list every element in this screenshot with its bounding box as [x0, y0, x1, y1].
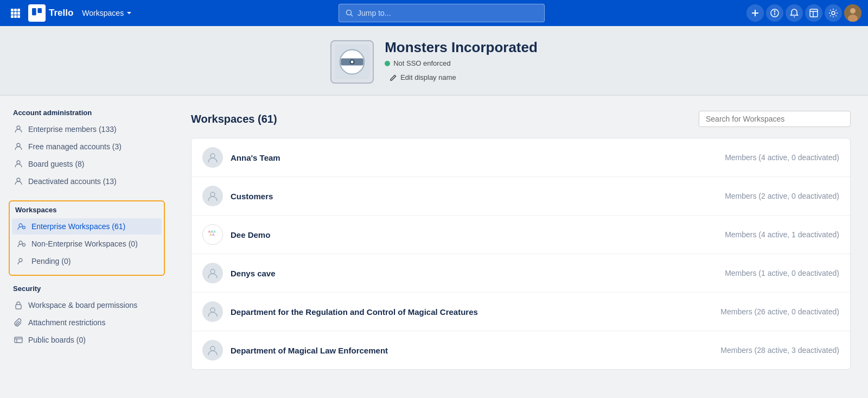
trello-icon: [28, 4, 46, 22]
svg-rect-7: [14, 15, 17, 18]
workspaces-heading: Workspaces (61): [191, 113, 277, 125]
bell-icon[interactable]: [786, 4, 803, 22]
svg-rect-44: [16, 305, 21, 309]
sidebar-board-guests-label: Board guests (8): [28, 160, 85, 168]
svg-rect-1: [14, 9, 17, 11]
svg-rect-19: [810, 9, 818, 17]
template-icon[interactable]: [805, 4, 822, 22]
sidebar-item-free-managed[interactable]: Free managed accounts (3): [9, 138, 165, 155]
workspace-left: Denys cave: [202, 263, 276, 283]
workspaces-label: Workspaces: [82, 9, 124, 17]
topnav-right: [746, 4, 861, 22]
sidebar: Account administration Enterprise member…: [0, 96, 174, 397]
workspace-name: Department of Magical Law Enforcement: [231, 346, 388, 355]
workspace-row: Department of Magical Law Enforcement Me…: [192, 331, 850, 369]
svg-point-17: [774, 11, 775, 12]
svg-point-57: [210, 346, 215, 351]
top-navigation: Trello Workspaces Jump to...: [0, 0, 868, 26]
search-placeholder: Jump to...: [358, 9, 391, 17]
workspace-row: Denys cave Members (1 active, 0 deactiva…: [192, 254, 850, 293]
sidebar-enterprise-workspaces-label: Enterprise Workspaces (61): [31, 222, 125, 231]
search-area: Jump to...: [141, 4, 742, 22]
dee-demo-icon: [202, 224, 223, 245]
settings-icon[interactable]: [825, 4, 842, 22]
svg-point-11: [347, 10, 352, 15]
workspace-left: Customers: [202, 186, 273, 206]
account-admin-title: Account administration: [9, 109, 165, 117]
workspace-members: Members (28 active, 3 deactivated): [720, 346, 839, 355]
brand-name: Trello: [49, 8, 73, 18]
workspace-row: Customers Members (2 active, 0 deactivat…: [192, 177, 850, 216]
grid-menu-icon[interactable]: [7, 4, 24, 22]
user-avatar[interactable]: [844, 4, 861, 22]
svg-rect-6: [11, 15, 14, 18]
sidebar-item-enterprise-workspaces[interactable]: Enterprise Workspaces (61): [12, 218, 162, 235]
svg-point-35: [19, 224, 22, 227]
page-body: Account administration Enterprise member…: [0, 96, 868, 397]
svg-point-22: [832, 11, 835, 15]
svg-point-49: [210, 192, 215, 197]
sidebar-item-deactivated[interactable]: Deactivated accounts (13): [9, 173, 165, 189]
sidebar-item-workspace-board-permissions[interactable]: Workspace & board permissions: [9, 297, 165, 313]
edit-display-name-button[interactable]: Edit display name: [385, 71, 538, 84]
main-content: Workspaces (61) Anna's Team Members (4 a…: [174, 96, 868, 397]
svg-rect-10: [37, 8, 42, 13]
sso-dot: [385, 61, 390, 66]
svg-point-48: [210, 154, 215, 158]
org-name: Monsters Incorporated: [385, 39, 538, 56]
workspace-icon: [202, 186, 223, 206]
svg-marker-51: [210, 230, 213, 232]
sidebar-deactivated-label: Deactivated accounts (13): [28, 177, 117, 186]
svg-marker-54: [212, 233, 215, 236]
topnav-left: Trello Workspaces: [7, 4, 137, 22]
svg-point-42: [23, 244, 25, 247]
workspace-name: Customers: [231, 192, 273, 201]
banner-info: Monsters Incorporated Not SSO enforced E…: [385, 39, 538, 84]
svg-rect-3: [11, 12, 14, 15]
svg-rect-45: [15, 337, 22, 343]
workspace-left: Anna's Team: [202, 147, 280, 168]
svg-point-56: [210, 308, 215, 312]
account-admin-group: Account administration Enterprise member…: [9, 109, 165, 189]
search-workspaces-input[interactable]: [699, 111, 851, 127]
sidebar-enterprise-members-label: Enterprise members (133): [28, 125, 117, 134]
workspaces-button[interactable]: Workspaces: [78, 7, 137, 20]
workspace-name: Dee Demo: [231, 230, 270, 239]
workspace-left: Dee Demo: [202, 224, 270, 245]
workspace-list: Anna's Team Members (4 active, 0 deactiv…: [191, 138, 851, 370]
sidebar-item-non-enterprise[interactable]: Non-Enterprise Workspaces (0): [12, 236, 162, 252]
workspace-left: Department for the Regulation and Contro…: [202, 301, 478, 322]
workspace-members: Members (2 active, 0 deactivated): [725, 192, 839, 200]
svg-point-43: [19, 258, 22, 262]
info-icon[interactable]: [766, 4, 783, 22]
sso-status: Not SSO enforced: [385, 59, 538, 67]
search-input[interactable]: Jump to...: [339, 4, 545, 22]
workspace-icon: [202, 301, 223, 322]
svg-point-31: [17, 126, 20, 129]
workspace-members: Members (1 active, 0 deactivated): [725, 269, 839, 277]
workspaces-sidebar-title: Workspaces: [12, 206, 162, 214]
svg-point-24: [850, 8, 856, 14]
svg-rect-5: [17, 12, 20, 15]
workspace-row: Department for the Regulation and Contro…: [192, 293, 850, 331]
workspace-icon: [202, 147, 223, 168]
sidebar-item-board-guests[interactable]: Board guests (8): [9, 156, 165, 172]
sidebar-item-attachment-restrictions[interactable]: Attachment restrictions: [9, 314, 165, 331]
svg-point-30: [351, 60, 354, 63]
workspace-members: Members (4 active, 0 deactivated): [725, 153, 839, 162]
workspace-left: Department of Magical Law Enforcement: [202, 340, 388, 361]
sidebar-workspace-board-perm-label: Workspace & board permissions: [28, 301, 137, 309]
sidebar-item-public-boards[interactable]: Public boards (0): [9, 332, 165, 348]
org-logo: [330, 40, 374, 84]
brand-logo[interactable]: Trello: [28, 4, 73, 22]
sidebar-item-pending[interactable]: Pending (0): [12, 253, 162, 269]
sidebar-item-enterprise-members[interactable]: Enterprise members (133): [9, 121, 165, 137]
sso-label: Not SSO enforced: [393, 59, 451, 67]
edit-label: Edit display name: [400, 73, 456, 81]
sidebar-non-enterprise-label: Non-Enterprise Workspaces (0): [31, 239, 138, 248]
plus-button[interactable]: [746, 4, 764, 22]
svg-point-34: [17, 178, 20, 181]
workspaces-header: Workspaces (61): [191, 111, 851, 127]
workspace-name: Denys cave: [231, 269, 276, 278]
svg-marker-53: [209, 233, 212, 236]
